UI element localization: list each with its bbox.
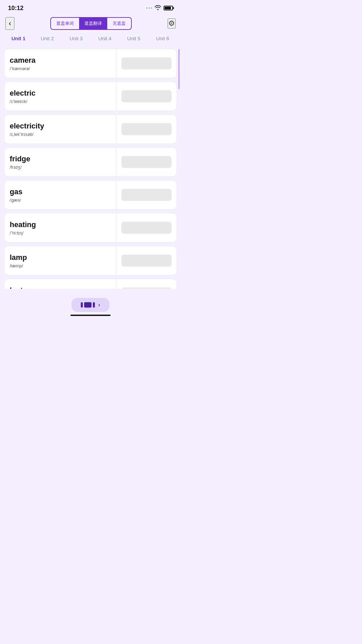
word-translation <box>116 148 177 176</box>
word-text: heating <box>10 220 111 229</box>
word-translation <box>116 180 177 209</box>
word-phonetic: /ˈkæmərə/ <box>10 66 111 71</box>
translation-mask <box>121 222 172 234</box>
filter-group: 遮盖单词 遮盖翻译 无遮盖 <box>50 17 132 30</box>
word-phonetic: /ˈhiːtɪŋ/ <box>10 230 111 235</box>
translation-mask <box>121 287 172 289</box>
card-icon-small2 <box>93 302 95 308</box>
back-button[interactable]: ‹ <box>5 17 14 30</box>
word-translation <box>116 213 177 242</box>
card-icon-small <box>81 302 83 308</box>
unit-tab-6[interactable]: Unit 6 <box>148 34 177 43</box>
word-card: gas /ɡæs/ <box>4 180 177 210</box>
wifi-icon <box>154 5 162 11</box>
scroll-indicator <box>178 49 180 89</box>
unit-tab-1[interactable]: Unit 1 <box>4 34 33 43</box>
word-text: laptop <box>10 286 111 289</box>
word-card: heating /ˈhiːtɪŋ/ <box>4 213 177 243</box>
translation-mask <box>121 57 172 69</box>
word-text: electric <box>10 89 111 98</box>
battery-icon <box>164 6 173 10</box>
word-card: camera /ˈkæmərə/ <box>4 49 177 78</box>
translation-mask <box>121 123 172 135</box>
translation-mask <box>121 90 172 102</box>
filter-no-cover[interactable]: 无遮盖 <box>107 18 131 29</box>
translation-mask <box>121 156 172 168</box>
word-translation <box>116 115 177 144</box>
word-text: electricity <box>10 122 111 130</box>
word-text: lamp <box>10 253 111 262</box>
word-list: camera /ˈkæmərə/ electric /ɪˈlektrɪk/ el… <box>0 46 181 289</box>
translation-mask <box>121 255 172 267</box>
word-card: electric /ɪˈlektrɪk/ <box>4 82 177 111</box>
bottom-bar: › <box>0 292 181 322</box>
word-phonetic: /ɪˈlektrɪk/ <box>10 99 111 104</box>
unit-tabs: Unit 1 Unit 2 Unit 3 Unit 4 Unit 5 Unit … <box>0 32 181 46</box>
word-phonetic: /ɪˌlekˈtrɪsəti/ <box>10 132 111 137</box>
unit-tab-2[interactable]: Unit 2 <box>33 34 62 43</box>
filter-cover-words[interactable]: 遮盖单词 <box>51 18 79 29</box>
word-card: laptop /ˈlæptɒp/ <box>4 279 177 289</box>
word-card: lamp /læmp/ <box>4 246 177 275</box>
word-card: fridge /frɪdʒ/ <box>4 147 177 177</box>
word-text: camera <box>10 56 111 65</box>
word-phonetic: /frɪdʒ/ <box>10 165 111 170</box>
word-translation <box>116 279 177 289</box>
settings-button[interactable]: ⚙ <box>168 18 176 29</box>
card-icon-main <box>84 302 92 308</box>
word-text: gas <box>10 187 111 196</box>
home-indicator <box>70 315 111 316</box>
status-time: 10:12 <box>8 5 23 12</box>
word-text: fridge <box>10 155 111 163</box>
top-nav: ‹ 遮盖单词 遮盖翻译 无遮盖 ⚙ <box>0 15 181 32</box>
signal-icon <box>146 7 152 9</box>
status-bar: 10:12 <box>0 0 181 15</box>
unit-tab-3[interactable]: Unit 3 <box>62 34 90 43</box>
unit-tab-5[interactable]: Unit 5 <box>119 34 148 43</box>
nav-pill[interactable]: › <box>71 298 109 312</box>
status-icons <box>146 5 173 11</box>
word-translation <box>116 82 177 111</box>
word-phonetic: /ɡæs/ <box>10 198 111 203</box>
word-phonetic: /læmp/ <box>10 263 111 268</box>
translation-mask <box>121 189 172 201</box>
nav-chevron: › <box>98 302 100 308</box>
word-translation <box>116 246 177 275</box>
filter-cover-translation[interactable]: 遮盖翻译 <box>79 18 107 29</box>
word-card: electricity /ɪˌlekˈtrɪsəti/ <box>4 114 177 144</box>
unit-tab-4[interactable]: Unit 4 <box>90 34 119 43</box>
word-translation <box>116 49 177 78</box>
nav-pill-icons <box>81 302 95 308</box>
